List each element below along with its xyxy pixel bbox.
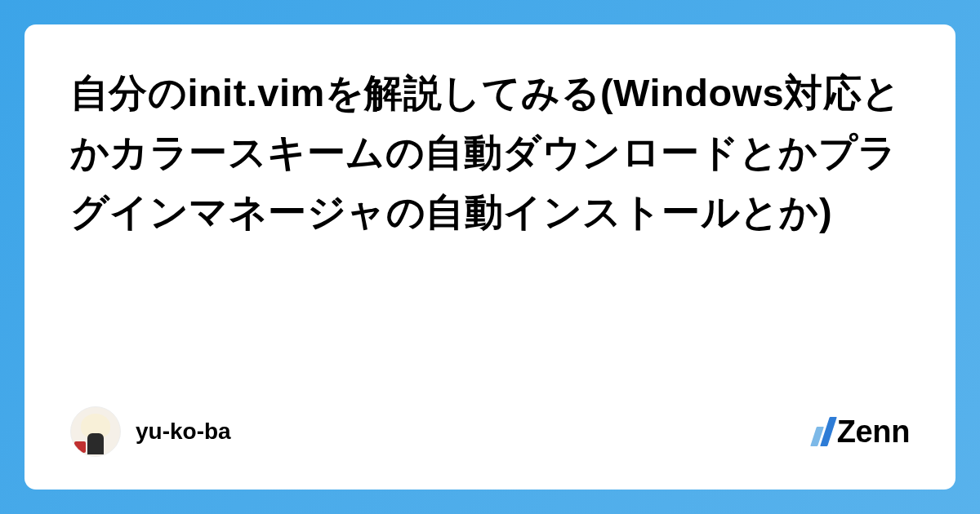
og-card: 自分のinit.vimを解説してみる(Windows対応とかカラースキームの自動… xyxy=(24,24,956,490)
article-title: 自分のinit.vimを解説してみる(Windows対応とかカラースキームの自動… xyxy=(70,64,910,242)
author-avatar xyxy=(70,406,121,457)
platform-name: Zenn xyxy=(837,414,910,450)
zenn-icon xyxy=(810,417,837,446)
author-name: yu-ko-ba xyxy=(136,419,231,445)
platform-logo: Zenn xyxy=(815,414,910,450)
author-block: yu-ko-ba xyxy=(70,406,231,457)
card-footer: yu-ko-ba Zenn xyxy=(70,406,910,457)
